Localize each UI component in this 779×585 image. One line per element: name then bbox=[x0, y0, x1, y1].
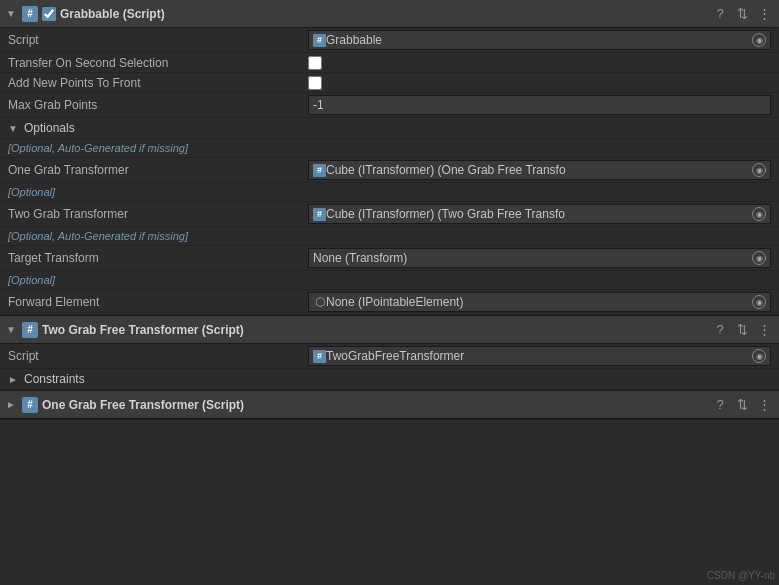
grabbable-collapse-icon[interactable]: ▼ bbox=[6, 8, 18, 19]
two-grab-script-block: ▼ # Two Grab Free Transformer (Script) ?… bbox=[0, 316, 779, 391]
forward-element-label: Forward Element bbox=[8, 295, 308, 309]
two-grab-icon: # bbox=[313, 208, 326, 221]
script-label: Script bbox=[8, 33, 308, 47]
two-grab-collapse-icon[interactable]: ▼ bbox=[6, 324, 18, 335]
constraints-row: ► Constraints bbox=[0, 369, 779, 390]
two-grab-title: Two Grab Free Transformer (Script) bbox=[42, 323, 707, 337]
forward-dropdown-circle[interactable]: ◉ bbox=[752, 295, 766, 309]
one-grab-dropdown-circle[interactable]: ◉ bbox=[752, 163, 766, 177]
one-grab-transformer-value: # Cube (ITransformer) (One Grab Free Tra… bbox=[308, 160, 771, 180]
one-grab-tag: [Optional, Auto-Generated if missing] bbox=[8, 142, 188, 154]
two-grab-script-header: ▼ # Two Grab Free Transformer (Script) ?… bbox=[0, 316, 779, 344]
two-grab-transformer-value: # Cube (ITransformer) (Two Grab Free Tra… bbox=[308, 204, 771, 224]
script-dropdown-label: Grabbable bbox=[326, 33, 752, 47]
one-grab-tag-row: [Optional, Auto-Generated if missing] bbox=[0, 139, 779, 158]
grabbable-title: Grabbable (Script) bbox=[60, 7, 707, 21]
max-grab-points-input[interactable] bbox=[308, 95, 771, 115]
forward-dropdown-label: None (IPointableElement) bbox=[326, 295, 752, 309]
constraints-label: Constraints bbox=[24, 372, 85, 386]
two-grab-script-row: Script # TwoGrabFreeTransformer ◉ bbox=[0, 344, 779, 369]
two-grab-transformer-label: Two Grab Transformer bbox=[8, 207, 308, 221]
script-value-container: # Grabbable ◉ bbox=[308, 30, 771, 50]
grabbable-script-header: ▼ # Grabbable (Script) ? ⇅ ⋮ bbox=[0, 0, 779, 28]
optionals-collapse-icon[interactable]: ▼ bbox=[8, 123, 20, 134]
transfer-value bbox=[308, 56, 771, 70]
one-grab-script-title: One Grab Free Transformer (Script) bbox=[42, 398, 707, 412]
grabbable-hash-badge: # bbox=[22, 6, 38, 22]
one-grab-script-block: ► # One Grab Free Transformer (Script) ?… bbox=[0, 391, 779, 420]
grabbable-more-icon[interactable]: ⋮ bbox=[755, 5, 773, 23]
forward-tag: [Optional] bbox=[8, 274, 55, 286]
max-grab-points-label: Max Grab Points bbox=[8, 98, 308, 112]
target-dropdown-label: None (Transform) bbox=[313, 251, 752, 265]
transfer-label: Transfer On Second Selection bbox=[8, 56, 308, 70]
two-grab-tune-icon[interactable]: ⇅ bbox=[733, 321, 751, 339]
two-grab-script-label: Script bbox=[8, 349, 308, 363]
one-grab-script-tune-icon[interactable]: ⇅ bbox=[733, 396, 751, 414]
add-new-points-checkbox[interactable] bbox=[308, 76, 322, 90]
optionals-label: Optionals bbox=[24, 121, 75, 135]
one-grab-dropdown-label: Cube (ITransformer) (One Grab Free Trans… bbox=[326, 163, 752, 177]
two-grab-script-dropdown-circle[interactable]: ◉ bbox=[752, 349, 766, 363]
two-grab-more-icon[interactable]: ⋮ bbox=[755, 321, 773, 339]
max-grab-points-row: Max Grab Points bbox=[0, 93, 779, 118]
two-grab-tag: [Optional] bbox=[8, 186, 55, 198]
script-dropdown[interactable]: # Grabbable ◉ bbox=[308, 30, 771, 50]
optionals-header: ▼ Optionals bbox=[0, 118, 779, 139]
one-grab-dropdown[interactable]: # Cube (ITransformer) (One Grab Free Tra… bbox=[308, 160, 771, 180]
two-grab-help-icon[interactable]: ? bbox=[711, 321, 729, 339]
one-grab-transformer-row: One Grab Transformer # Cube (ITransforme… bbox=[0, 158, 779, 183]
grabbable-enable-checkbox[interactable] bbox=[42, 7, 56, 21]
constraints-arrow[interactable]: ► bbox=[8, 374, 20, 385]
script-icon: # bbox=[313, 34, 326, 47]
target-transform-row: Target Transform None (Transform) ◉ bbox=[0, 246, 779, 271]
forward-element-row: Forward Element ⬡ None (IPointableElemen… bbox=[0, 290, 779, 315]
two-grab-dropdown[interactable]: # Cube (ITransformer) (Two Grab Free Tra… bbox=[308, 204, 771, 224]
two-grab-script-value: # TwoGrabFreeTransformer ◉ bbox=[308, 346, 771, 366]
one-grab-icon: # bbox=[313, 164, 326, 177]
two-grab-script-dropdown[interactable]: # TwoGrabFreeTransformer ◉ bbox=[308, 346, 771, 366]
two-grab-hash-badge: # bbox=[22, 322, 38, 338]
two-grab-dropdown-circle[interactable]: ◉ bbox=[752, 207, 766, 221]
add-new-points-value bbox=[308, 76, 771, 90]
one-grab-script-hash-badge: # bbox=[22, 397, 38, 413]
max-grab-points-value bbox=[308, 95, 771, 115]
two-grab-transformer-row: Two Grab Transformer # Cube (ITransforme… bbox=[0, 202, 779, 227]
grabbable-script-block: ▼ # Grabbable (Script) ? ⇅ ⋮ Script # Gr… bbox=[0, 0, 779, 316]
target-transform-label: Target Transform bbox=[8, 251, 308, 265]
one-grab-script-more-icon[interactable]: ⋮ bbox=[755, 396, 773, 414]
target-tag-row: [Optional, Auto-Generated if missing] bbox=[0, 227, 779, 246]
grabbable-tune-icon[interactable]: ⇅ bbox=[733, 5, 751, 23]
two-grab-script-dropdown-label: TwoGrabFreeTransformer bbox=[326, 349, 752, 363]
target-transform-value: None (Transform) ◉ bbox=[308, 248, 771, 268]
one-grab-script-header: ► # One Grab Free Transformer (Script) ?… bbox=[0, 391, 779, 419]
two-grab-tag-row: [Optional] bbox=[0, 183, 779, 202]
script-dropdown-circle[interactable]: ◉ bbox=[752, 33, 766, 47]
two-grab-script-icon: # bbox=[313, 350, 326, 363]
watermark: CSDN @YY-nb bbox=[707, 570, 775, 581]
forward-element-value: ⬡ None (IPointableElement) ◉ bbox=[308, 292, 771, 312]
script-row: Script # Grabbable ◉ bbox=[0, 28, 779, 53]
one-grab-script-collapse-icon[interactable]: ► bbox=[6, 399, 18, 410]
forward-icon: ⬡ bbox=[313, 296, 326, 309]
forward-tag-row: [Optional] bbox=[0, 271, 779, 290]
target-dropdown-circle[interactable]: ◉ bbox=[752, 251, 766, 265]
two-grab-dropdown-label: Cube (ITransformer) (Two Grab Free Trans… bbox=[326, 207, 752, 221]
grabbable-help-icon[interactable]: ? bbox=[711, 5, 729, 23]
one-grab-transformer-label: One Grab Transformer bbox=[8, 163, 308, 177]
add-new-points-row: Add New Points To Front bbox=[0, 73, 779, 93]
one-grab-script-help-icon[interactable]: ? bbox=[711, 396, 729, 414]
target-tag: [Optional, Auto-Generated if missing] bbox=[8, 230, 188, 242]
target-dropdown[interactable]: None (Transform) ◉ bbox=[308, 248, 771, 268]
transfer-row: Transfer On Second Selection bbox=[0, 53, 779, 73]
transfer-checkbox[interactable] bbox=[308, 56, 322, 70]
forward-dropdown[interactable]: ⬡ None (IPointableElement) ◉ bbox=[308, 292, 771, 312]
add-new-points-label: Add New Points To Front bbox=[8, 76, 308, 90]
